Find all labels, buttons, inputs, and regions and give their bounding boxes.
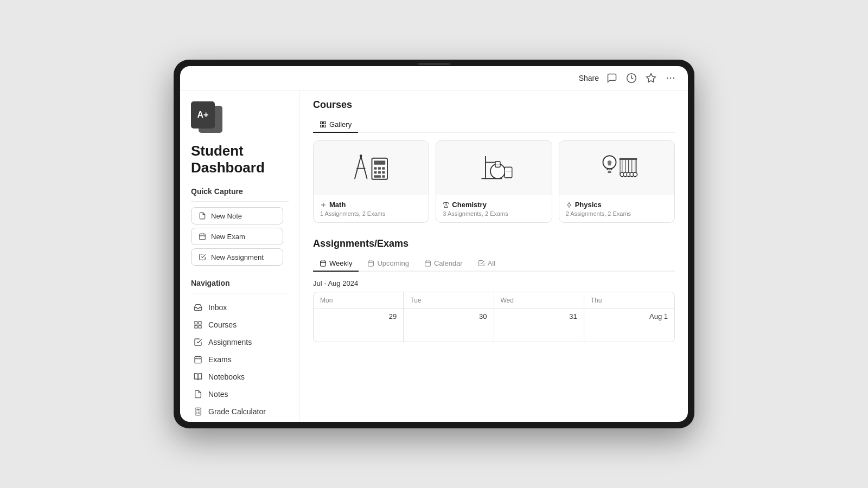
new-exam-button[interactable]: New Exam [191, 228, 283, 245]
svg-point-4 [673, 78, 675, 79]
main-content: A+ Student Dashboard Quick Capture [180, 91, 688, 422]
svg-point-2 [667, 78, 668, 79]
device-frame: Share [174, 60, 694, 428]
svg-rect-51 [505, 167, 513, 178]
svg-rect-5 [200, 234, 206, 240]
new-note-button[interactable]: New Note [191, 207, 283, 224]
notes-label: Notes [208, 390, 228, 399]
svg-rect-10 [199, 322, 201, 324]
tab-weekly-label: Weekly [329, 259, 352, 267]
cal-date-31: 31 [501, 312, 577, 320]
svg-rect-56 [619, 158, 637, 159]
sidebar-item-inbox[interactable]: Inbox [191, 299, 289, 316]
svg-line-30 [361, 156, 367, 178]
math-meta: 1 Assignments, 2 Exams [320, 210, 422, 217]
svg-rect-28 [321, 125, 323, 127]
svg-rect-25 [321, 122, 323, 124]
course-card-math[interactable]: Math 1 Assignments, 2 Exams [313, 140, 429, 223]
physics-name: Physics [566, 201, 668, 209]
more-icon[interactable] [664, 72, 677, 85]
sidebar-item-courses[interactable]: Courses [191, 316, 289, 333]
calendar-icon [424, 260, 431, 267]
gallery-icon [320, 121, 327, 128]
sidebar-item-notebooks[interactable]: Notebooks [191, 368, 289, 386]
course-card-physics[interactable]: Physics 2 Assignments, 2 Exams [559, 140, 675, 223]
tab-upcoming[interactable]: Upcoming [361, 256, 416, 272]
new-assignment-label: New Assignment [211, 253, 264, 261]
svg-rect-42 [382, 175, 385, 178]
courses-title: Courses [313, 99, 675, 111]
new-note-label: New Note [211, 212, 242, 220]
cal-cell-29: 29 [314, 309, 404, 342]
assignments-label: Assignments [208, 338, 252, 346]
svg-point-3 [670, 78, 672, 79]
chemistry-name: Chemistry [443, 201, 545, 209]
svg-rect-37 [382, 167, 385, 170]
math-info: Math 1 Assignments, 2 Exams [314, 195, 429, 222]
math-name: Math [320, 201, 422, 209]
chemistry-info: Chemistry 3 Assignments, 2 Exams [436, 195, 551, 222]
sidebar: A+ Student Dashboard Quick Capture [180, 91, 299, 422]
star-icon[interactable] [644, 72, 658, 85]
notes-nav-icon [193, 389, 203, 399]
courses-label: Courses [208, 320, 237, 329]
courses-icon [193, 320, 203, 330]
tab-weekly[interactable]: Weekly [313, 256, 359, 272]
tab-all[interactable]: All [471, 256, 502, 272]
svg-rect-11 [199, 325, 201, 328]
chemistry-icon [443, 202, 449, 208]
inbox-label: Inbox [208, 303, 227, 312]
cal-date-aug1: Aug 1 [591, 312, 668, 320]
tab-calendar[interactable]: Calendar [418, 256, 469, 272]
exams-label: Exams [208, 355, 232, 364]
physics-info: Physics 2 Assignments, 2 Exams [559, 195, 674, 222]
tab-calendar-label: Calendar [434, 259, 463, 267]
svg-rect-13 [195, 357, 201, 363]
svg-line-29 [355, 156, 361, 178]
quick-capture-section: Quick Capture New Note [191, 187, 289, 266]
exam-icon [198, 232, 207, 241]
physics-icon [566, 202, 572, 208]
calendar-header: Mon Tue Wed Thu [314, 292, 674, 309]
svg-point-69 [567, 203, 570, 206]
svg-rect-17 [195, 408, 201, 415]
physics-svg [592, 148, 641, 189]
sidebar-item-exams[interactable]: Exams [191, 351, 289, 368]
svg-rect-27 [324, 125, 326, 127]
screen: Share [180, 66, 688, 422]
courses-tab-bar: Gallery [313, 117, 675, 133]
courses-grid: Math 1 Assignments, 2 Exams [313, 140, 675, 223]
sidebar-item-grade-calculator[interactable]: Grade Calculator [191, 403, 289, 420]
cal-cell-31: 31 [494, 309, 584, 342]
math-icon [320, 202, 327, 208]
course-card-chemistry[interactable]: Chemistry 3 Assignments, 2 Exams [436, 140, 552, 223]
svg-rect-26 [324, 122, 326, 124]
cal-header-tue: Tue [404, 292, 494, 309]
cal-header-mon: Mon [314, 292, 404, 309]
new-assignment-button[interactable]: New Assignment [191, 248, 283, 266]
tab-upcoming-label: Upcoming [377, 259, 409, 267]
history-icon[interactable] [625, 72, 638, 85]
tab-all-label: All [488, 259, 495, 267]
chemistry-meta: 3 Assignments, 2 Exams [443, 210, 545, 217]
assignments-nav-icon [193, 337, 203, 347]
notebooks-icon [193, 372, 203, 382]
cal-header-thu: Thu [584, 292, 674, 309]
assignments-tab-bar: Weekly Upcoming [313, 256, 675, 272]
weekly-icon [320, 260, 327, 267]
assignment-icon [198, 253, 207, 261]
note-icon [198, 211, 207, 220]
share-button[interactable]: Share [579, 74, 599, 82]
svg-rect-39 [378, 171, 381, 174]
inbox-icon [193, 303, 203, 312]
sidebar-item-notes[interactable]: Notes [191, 386, 289, 403]
tab-gallery-label: Gallery [329, 120, 352, 129]
tab-gallery[interactable]: Gallery [313, 117, 358, 133]
chemistry-image [436, 141, 551, 195]
cal-header-wed: Wed [494, 292, 584, 309]
sidebar-item-assignments[interactable]: Assignments [191, 333, 289, 351]
new-exam-label: New Exam [211, 233, 245, 241]
comment-icon[interactable] [605, 72, 618, 85]
physics-image [559, 141, 674, 195]
svg-rect-40 [382, 171, 385, 174]
